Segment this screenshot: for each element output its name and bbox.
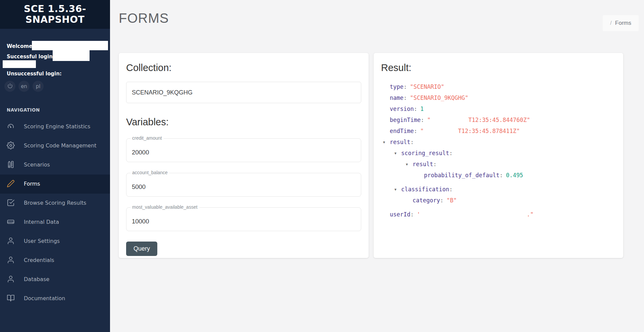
sidebar-item-user-settings[interactable]: User Settings xyxy=(0,232,110,251)
collapse-triangle-icon[interactable]: ▼ xyxy=(406,159,413,170)
session-buttons: en pl xyxy=(4,81,44,92)
json-line-inner-result: ▼result: xyxy=(383,159,616,170)
json-line-version: ▼version:1 xyxy=(383,104,616,115)
json-line-result: ▼result: xyxy=(383,137,616,148)
result-heading: Result: xyxy=(381,62,616,73)
check-square-icon xyxy=(7,200,24,206)
page-title: FORMS xyxy=(119,11,169,26)
field-value: 5000 xyxy=(132,183,146,191)
sidebar-item-label: Scenarios xyxy=(24,161,50,168)
json-line-category: ▼category:"B" xyxy=(383,195,616,206)
collapse-triangle-icon[interactable]: ▼ xyxy=(383,137,390,148)
collection-input[interactable]: SCENARIO_9KQGHG xyxy=(126,82,361,103)
sidebar-item-label: Database xyxy=(24,276,49,282)
successful-login-label: Successful login: xyxy=(7,54,55,60)
welcome-label: Welcome, xyxy=(7,43,34,49)
json-line-scoring-result: ▼scoring_result: xyxy=(383,148,616,159)
cards-row: Collection: SCENARIO_9KQGHG Variables: c… xyxy=(119,53,623,258)
query-button[interactable]: Query xyxy=(126,242,157,256)
pen-icon xyxy=(7,181,24,187)
sidebar-item-label: Forms xyxy=(24,181,40,187)
most-valuable-available-asset-input[interactable]: most_valuable_available_asset 10000 xyxy=(126,207,361,231)
sidebar-item-label: Browse Scoring Results xyxy=(24,200,86,206)
field-label: most_valuable_available_asset xyxy=(130,204,199,210)
collection-card: Collection: SCENARIO_9KQGHG Variables: c… xyxy=(119,53,369,258)
variables-heading: Variables: xyxy=(126,117,361,128)
sidebar-item-label: Scoring Code Management xyxy=(24,142,97,149)
account-balance-input[interactable]: account_balance 5000 xyxy=(126,173,361,197)
collapse-triangle-icon[interactable]: ▼ xyxy=(394,184,401,195)
json-line-name: ▼name:"SCENARIO_9KQGHG" xyxy=(383,92,616,104)
field-label: account_balance xyxy=(130,170,169,175)
json-result-view: ▼type:"SCENARIO" ▼name:"SCENARIO_9KQGHG"… xyxy=(381,81,616,220)
breadcrumb: / Forms xyxy=(603,15,639,31)
collapse-triangle-icon[interactable]: ▼ xyxy=(394,148,401,159)
main-content: FORMS / Forms Collection: SCENARIO_9KQGH… xyxy=(110,0,644,332)
sidebar-item-scoring-code-management[interactable]: Scoring Code Management xyxy=(0,136,110,155)
gauge-icon xyxy=(7,123,24,130)
user-info-block: Welcome, Successful login: Unsuccessful … xyxy=(0,29,110,96)
breadcrumb-current[interactable]: Forms xyxy=(615,20,631,26)
field-value: 10000 xyxy=(132,218,149,225)
user-icon xyxy=(7,276,24,282)
redaction-box xyxy=(32,41,108,50)
sidebar-item-label: Documentation xyxy=(24,295,65,302)
lang-en-button[interactable]: en xyxy=(18,81,30,92)
sidebar-item-internal-data[interactable]: Internal Data xyxy=(0,213,110,232)
json-line-end-time: ▼endTime:" T12:35:45.878411Z" xyxy=(383,126,616,137)
credit-amount-input[interactable]: credit_amount 20000 xyxy=(126,138,361,162)
collection-heading: Collection: xyxy=(126,62,361,73)
navigation-list: Scoring Engine Statistics Scoring Code M… xyxy=(0,117,110,308)
sidebar-item-browse-scoring-results[interactable]: Browse Scoring Results xyxy=(0,194,110,213)
sidebar-item-credentials[interactable]: Credentials xyxy=(0,251,110,270)
field-label: credit_amount xyxy=(130,135,164,141)
sidebar: SCE 1.5.36-SNAPSHOT Welcome, Successful … xyxy=(0,0,110,332)
unsuccessful-login-label: Unsuccessful login: xyxy=(7,71,62,77)
lang-pl-button[interactable]: pl xyxy=(33,81,44,92)
json-line-user-id: ▼userId:' ." xyxy=(383,209,616,220)
sidebar-item-database[interactable]: Database xyxy=(0,270,110,289)
json-line-begin-time: ▼beginTime:" T12:35:45.844760Z" xyxy=(383,115,616,126)
power-icon xyxy=(7,83,13,90)
sidebar-item-label: Internal Data xyxy=(24,219,59,225)
app-title-bar: SCE 1.5.36-SNAPSHOT xyxy=(0,0,110,29)
app-title: SCE 1.5.36-SNAPSHOT xyxy=(9,4,101,25)
sidebar-item-label: User Settings xyxy=(24,238,60,244)
user-icon xyxy=(7,257,24,263)
field-value: 20000 xyxy=(132,149,149,156)
hard-drive-icon xyxy=(7,219,24,225)
sidebar-item-forms[interactable]: Forms xyxy=(0,175,110,194)
sidebar-item-scenarios[interactable]: Scenarios xyxy=(0,155,110,175)
user-icon xyxy=(7,238,24,244)
pencil-ruler-icon xyxy=(7,161,24,168)
sidebar-item-label: Scoring Engine Statistics xyxy=(24,123,90,130)
gear-icon xyxy=(7,142,24,149)
breadcrumb-separator: / xyxy=(610,20,612,26)
navigation-header: NAVIGATION xyxy=(7,107,40,113)
result-card: Result: ▼type:"SCENARIO" ▼name:"SCENARIO… xyxy=(374,53,623,258)
sidebar-item-documentation[interactable]: Documentation xyxy=(0,289,110,308)
book-open-icon xyxy=(7,295,24,302)
logout-button[interactable] xyxy=(4,81,15,92)
redaction-box xyxy=(53,50,90,61)
json-line-probability-of-default: ▼probability_of_default:0.495 xyxy=(383,170,616,181)
sidebar-item-label: Credentials xyxy=(24,257,54,263)
json-line-type: ▼type:"SCENARIO" xyxy=(383,81,616,92)
redaction-box xyxy=(3,60,36,68)
json-line-classification: ▼classification: xyxy=(383,184,616,195)
sidebar-item-scoring-engine-statistics[interactable]: Scoring Engine Statistics xyxy=(0,117,110,136)
